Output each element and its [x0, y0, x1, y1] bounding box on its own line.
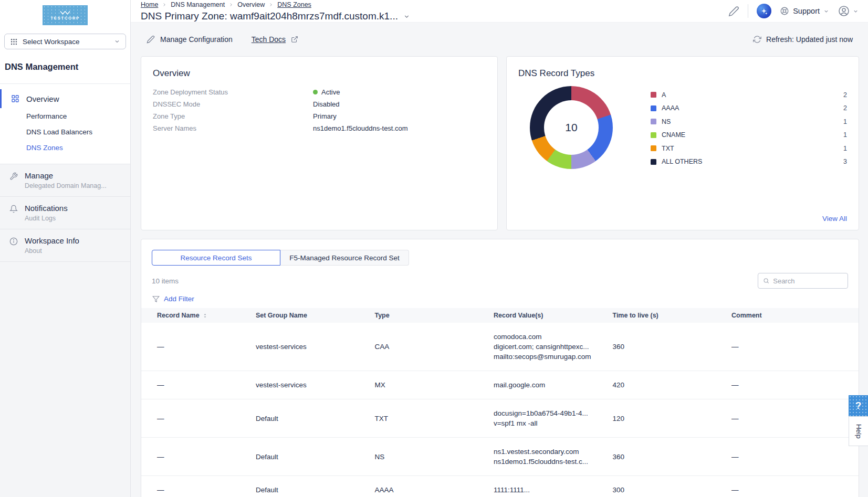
refresh-button[interactable]: Refresh: Updated just now [753, 35, 853, 44]
record-value: mailto:secops@smurugap.com [494, 352, 600, 362]
legend-label: NS [662, 118, 671, 125]
title-chevron-down-icon[interactable] [403, 13, 410, 20]
chevron-right-icon [228, 2, 234, 7]
record-value: comodoca.com [494, 332, 600, 342]
tech-docs-link[interactable]: Tech Docs [252, 35, 298, 44]
workspace-selector-label: Select Workspace [23, 38, 80, 46]
legend-item: NS 1 [651, 115, 847, 129]
refresh-label: Refresh: Updated just now [766, 35, 853, 44]
cell-comment: — [725, 371, 859, 399]
help-tab[interactable]: Help [849, 416, 868, 446]
donut-chart-wrap: 10 [530, 86, 613, 169]
breadcrumb-dns-zones[interactable]: DNS Zones [277, 1, 311, 8]
cell-record-values: comodoca.com digicert.com; cansignhttpex… [487, 323, 606, 371]
cell-record-values: ns1.vestest.secondary.com ns1demo1.f5clo… [487, 438, 606, 476]
logo-wings-icon [59, 10, 71, 15]
paintbrush-icon [728, 6, 739, 17]
table-row[interactable]: — Default NS ns1.vestest.secondary.com n… [141, 438, 859, 476]
sidebar-item-manage[interactable]: Manage Delegated Domain Manag... [0, 164, 130, 197]
column-label: Record Name [157, 312, 200, 319]
record-value: docusign=1b0a6754-49b1-4... [494, 408, 600, 418]
record-value: digicert.com; cansignhttpexc... [494, 342, 600, 352]
tab-f5-managed-resource-record-set[interactable]: F5-Managed Resource Record Set [280, 250, 409, 266]
legend-count: 1 [843, 118, 847, 125]
logo-text: TESTCORP [50, 16, 80, 20]
account-menu[interactable] [838, 5, 859, 17]
table-row[interactable]: — vestest-services CAA comodoca.com digi… [141, 323, 859, 371]
chevron-down-icon [114, 38, 120, 45]
legend-label: A [662, 91, 666, 99]
status-text: Active [321, 88, 340, 96]
legend-swatch [651, 145, 656, 151]
cell-ttl: 360 [606, 323, 725, 371]
cell-set-group-name: Default [249, 438, 369, 476]
legend-swatch [651, 159, 656, 165]
breadcrumb-dns-management[interactable]: DNS Management [171, 1, 225, 8]
field-label: DNSSEC Mode [153, 100, 313, 108]
manage-configuration-button[interactable]: Manage Configuration [147, 35, 233, 44]
column-comment: Comment [725, 308, 859, 323]
legend-count: 1 [843, 145, 847, 152]
help-button[interactable]: ? [849, 395, 868, 416]
ai-assistant-button[interactable] [757, 4, 771, 18]
legend-swatch [651, 92, 656, 98]
items-count: 10 items [152, 277, 179, 285]
breadcrumb-home[interactable]: Home [141, 1, 158, 8]
table-row[interactable]: — Default TXT docusign=1b0a6754-49b1-4..… [141, 399, 859, 438]
chevron-right-icon [268, 2, 274, 7]
chart-legend: A 2 AAAA 2 NS 1 [651, 88, 848, 169]
cell-comment: — [725, 476, 859, 497]
sidebar-item-dns-load-balancers[interactable]: DNS Load Balancers [0, 124, 130, 140]
legend-label: CNAME [662, 131, 685, 139]
cell-ttl: 420 [606, 371, 725, 399]
cell-type: MX [368, 371, 487, 399]
field-value: Disabled [313, 100, 340, 108]
column-record-values: Record Value(s) [487, 308, 606, 323]
legend-count: 1 [843, 131, 847, 139]
support-label: Support [793, 7, 820, 15]
table-row[interactable]: — Default AAAA 1111:1111... 300 — [141, 476, 859, 497]
cell-ttl: 120 [606, 399, 725, 438]
sort-icon[interactable] [202, 313, 208, 319]
cell-comment: — [725, 323, 859, 371]
overview-card-title: Overview [153, 68, 486, 79]
sidebar-item-dns-zones[interactable]: DNS Zones [0, 140, 130, 155]
sidebar-item-workspace-info[interactable]: Workspace Info About [0, 229, 130, 262]
sidebar-section-label: Workspace Info [25, 236, 79, 245]
header-divider [748, 4, 748, 18]
cell-record-values: mail.google.com [487, 371, 606, 399]
tab-resource-record-sets[interactable]: Resource Record Sets [152, 250, 280, 266]
table-row[interactable]: — vestest-services MX mail.google.com 42… [141, 371, 859, 399]
legend-item: TXT 1 [651, 142, 847, 155]
view-all-link[interactable]: View All [822, 215, 847, 223]
cell-set-group-name: vestest-services [249, 323, 369, 371]
sidebar-lower: Manage Delegated Domain Manag... Notific… [0, 164, 130, 497]
support-menu[interactable]: Support [780, 6, 829, 16]
add-filter-button[interactable]: Add Filter [152, 295, 848, 303]
legend-label: TXT [662, 145, 674, 152]
sidebar-item-notifications[interactable]: Notifications Audit Logs [0, 197, 130, 229]
workspace-selector[interactable]: Select Workspace [4, 34, 126, 49]
lifebuoy-icon [780, 6, 789, 16]
zone-toolbar: Manage Configuration Tech Docs Refresh: … [141, 23, 859, 56]
sidebar-section-label: Manage [25, 171, 107, 180]
record-value: ns1.vestest.secondary.com [494, 447, 600, 457]
manage-configuration-label: Manage Configuration [160, 35, 233, 44]
theme-brush-button[interactable] [728, 6, 739, 17]
cell-type: CAA [368, 323, 487, 371]
breadcrumb-overview[interactable]: Overview [237, 1, 265, 8]
sidebar-title: DNS Management [5, 62, 130, 72]
sidebar-section-sublabel: Delegated Domain Manag... [25, 182, 107, 189]
sidebar-item-performance[interactable]: Performance [0, 108, 130, 124]
sidebar-item-overview[interactable]: Overview [0, 89, 130, 108]
records-table: Record Name Set Group Name Type Record V… [141, 308, 859, 497]
legend-swatch [651, 105, 656, 111]
legend-swatch [651, 119, 656, 124]
overview-row: Zone Deployment Status Active [153, 86, 486, 98]
wrench-icon [9, 172, 18, 181]
search-input[interactable] [773, 277, 843, 285]
records-tabs: Resource Record Sets F5-Managed Resource… [141, 250, 859, 266]
legend-count: 2 [843, 91, 847, 99]
cell-ttl: 360 [606, 438, 725, 476]
cell-set-group-name: vestest-services [249, 371, 369, 399]
